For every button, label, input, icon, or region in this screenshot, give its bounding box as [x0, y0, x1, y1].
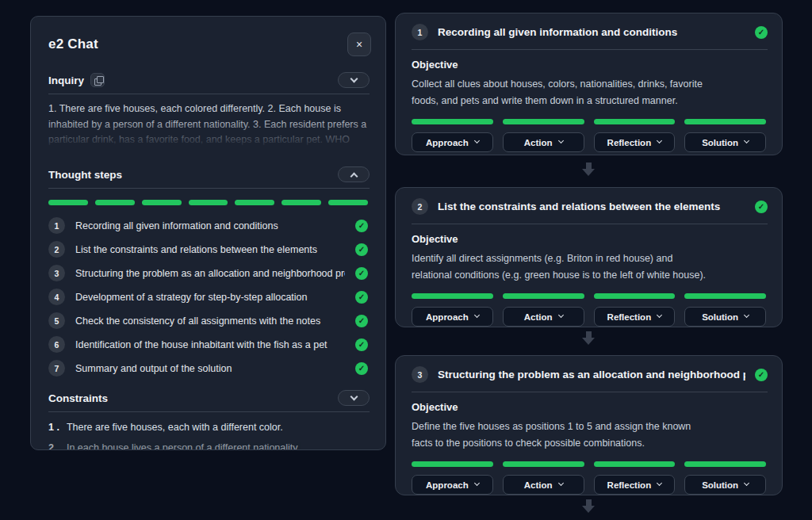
approach-dropdown-button[interactable]: Approach — [412, 307, 493, 327]
chevron-down-icon — [557, 312, 563, 318]
inquiry-collapse-button[interactable] — [338, 72, 370, 88]
progress-segment — [503, 461, 584, 467]
step-label: Identification of the house inhabitant w… — [75, 339, 345, 350]
step-label: List the constraints and relations betwe… — [75, 244, 345, 255]
check-icon: ✓ — [355, 243, 368, 256]
card-title: Recording all given information and cond… — [438, 26, 745, 38]
inquiry-label: Inquiry — [48, 75, 84, 86]
objective-label: Objective — [412, 59, 766, 71]
thought-step-row[interactable]: 2 List the constraints and relations bet… — [48, 241, 368, 258]
button-label: Action — [524, 312, 553, 322]
step-card-1: 1 Recording all given information and co… — [395, 13, 783, 155]
action-dropdown-button[interactable]: Action — [503, 475, 584, 495]
progress-segment — [282, 200, 321, 205]
close-icon: × — [356, 38, 362, 51]
button-label: Action — [524, 138, 553, 147]
chevron-down-icon — [744, 138, 749, 143]
thought-step-row[interactable]: 6 Identification of the house inhabitant… — [48, 336, 368, 353]
step-number-badge: 1 — [48, 217, 65, 234]
thought-step-row[interactable]: 4 Development of a strategy for step-by-… — [48, 289, 368, 305]
card-body: Objective Identify all direct assignment… — [396, 224, 782, 327]
thought-step-row[interactable]: 5 Check the consistency of all assignmen… — [48, 312, 368, 329]
progress-segment — [412, 293, 493, 299]
step-number-badge: 2 — [48, 241, 65, 258]
reflection-dropdown-button[interactable]: Reflection — [594, 132, 676, 152]
progress-segment — [189, 200, 228, 205]
thought-step-row[interactable]: 3 Structuring the problem as an allocati… — [48, 265, 368, 281]
copy-icon[interactable] — [90, 73, 105, 87]
check-icon: ✓ — [355, 362, 368, 375]
step-label: Summary and output of the solution — [75, 363, 345, 374]
thought-steps-list: 1 Recording all given information and co… — [48, 217, 368, 377]
approach-dropdown-button[interactable]: Approach — [412, 132, 493, 152]
close-button[interactable]: × — [347, 32, 371, 56]
flow-down-arrow-icon — [582, 331, 596, 345]
solution-dropdown-button[interactable]: Solution — [684, 475, 766, 495]
card-header: 3 Structuring the problem as an allocati… — [396, 356, 782, 392]
approach-dropdown-button[interactable]: Approach — [412, 475, 493, 495]
step-card-2: 2 List the constraints and relations bet… — [395, 187, 783, 327]
card-header: 2 List the constraints and relations bet… — [396, 188, 782, 224]
progress-segment — [594, 293, 676, 299]
chat-panel: e2 Chat × Inquiry 1. There are five hous… — [30, 16, 386, 450]
progress-segment — [48, 200, 88, 205]
step-label: Check the consistency of all assignments… — [75, 315, 345, 327]
chevron-up-icon — [350, 172, 358, 180]
step-number-badge: 4 — [48, 289, 65, 305]
inquiry-text: 1. There are five houses, each colored d… — [48, 101, 368, 151]
objective-text: Define the five houses as positions 1 to… — [412, 419, 714, 452]
step-number-badge: 1 — [412, 24, 428, 40]
flow-down-arrow-icon — [582, 499, 596, 513]
constraint-item: 2 . In each house lives a person of a di… — [48, 442, 368, 450]
button-label: Action — [524, 480, 553, 490]
constraint-text: In each house lives a person of a differ… — [67, 442, 300, 450]
chevron-down-icon — [744, 312, 749, 318]
button-label: Approach — [426, 480, 469, 490]
action-dropdown-button[interactable]: Action — [503, 132, 584, 152]
check-icon: ✓ — [755, 201, 768, 213]
card-progress-bar — [412, 461, 766, 467]
card-body: Objective Define the five houses as posi… — [396, 392, 782, 495]
check-icon: ✓ — [355, 220, 368, 232]
objective-label: Objective — [412, 233, 766, 245]
progress-segment — [503, 293, 584, 299]
constraints-label: Constraints — [48, 392, 108, 404]
solution-dropdown-button[interactable]: Solution — [684, 132, 766, 152]
thought-step-row[interactable]: 1 Recording all given information and co… — [48, 217, 368, 234]
check-icon: ✓ — [355, 315, 368, 327]
flow-down-arrow-icon — [582, 162, 596, 176]
card-title: Structuring the problem as an allocation… — [438, 369, 745, 380]
card-header: 1 Recording all given information and co… — [396, 13, 782, 49]
inquiry-section-header: Inquiry — [31, 72, 385, 88]
solution-dropdown-button[interactable]: Solution — [684, 307, 766, 327]
chevron-down-icon — [557, 480, 563, 486]
card-title: List the constraints and relations betwe… — [438, 201, 745, 212]
inquiry-text-container: 1. There are five houses, each colored d… — [48, 101, 368, 151]
constraint-item: 1 . There are five houses, each with a d… — [48, 421, 368, 434]
reflection-dropdown-button[interactable]: Reflection — [594, 307, 676, 327]
action-dropdown-button[interactable]: Action — [503, 307, 584, 327]
check-icon: ✓ — [755, 369, 768, 381]
constraint-text: There are five houses, each with a diffe… — [67, 421, 283, 434]
card-body: Objective Collect all clues about houses… — [396, 50, 782, 155]
thought-steps-section-header: Thought steps — [31, 166, 385, 182]
reflection-dropdown-button[interactable]: Reflection — [594, 475, 676, 495]
divider — [48, 188, 370, 189]
chevron-down-icon — [657, 312, 662, 318]
chevron-down-icon — [557, 138, 563, 143]
divider — [48, 94, 370, 94]
check-icon: ✓ — [755, 26, 768, 39]
button-label: Solution — [702, 312, 738, 322]
progress-segment — [594, 119, 676, 124]
button-label: Reflection — [607, 480, 652, 490]
progress-segment — [594, 461, 676, 467]
objective-label: Objective — [412, 401, 766, 413]
progress-segment — [684, 461, 766, 467]
thought-step-row[interactable]: 7 Summary and output of the solution ✓ — [48, 360, 368, 377]
chevron-down-icon — [744, 480, 749, 486]
thought-steps-collapse-button[interactable] — [338, 166, 370, 182]
constraints-collapse-button[interactable] — [338, 390, 370, 406]
app-stage: e2 Chat × Inquiry 1. There are five hous… — [0, 0, 812, 520]
check-icon: ✓ — [355, 267, 368, 280]
progress-segment — [142, 200, 182, 205]
